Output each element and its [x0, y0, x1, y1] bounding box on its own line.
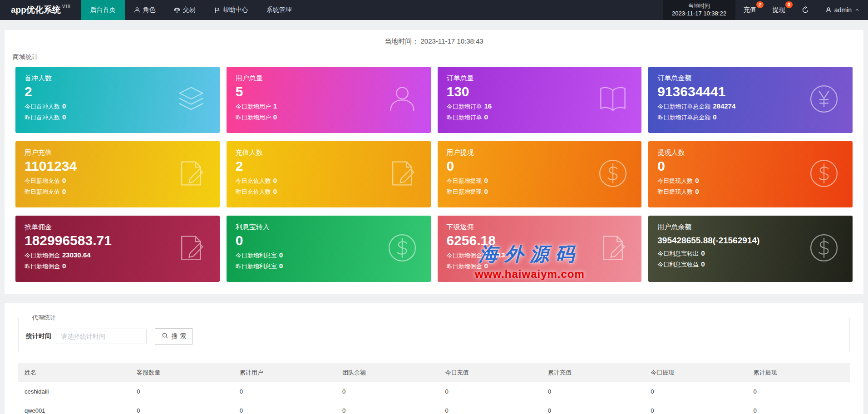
- table-row: ceshidaili 0 0 0 0 0 0 0: [18, 382, 850, 401]
- section-title-mall-stats: 商城统计: [5, 53, 863, 61]
- stat-card-sub-rebate: 下级返佣 6256.18 今日新增佣金162.13 昨日新增佣金0: [438, 216, 642, 282]
- top-bar: app优化系统 V18 后台首页 角色 交易 帮助中心 系统管理: [0, 0, 868, 20]
- agent-search-form: 统计时间 搜 索: [26, 328, 842, 345]
- stat-card-total-users: 用户总量 5 今日新增用户1 昨日新增用户0: [227, 67, 431, 133]
- dollar-icon: [385, 231, 419, 266]
- nav-item-dashboard[interactable]: 后台首页: [81, 0, 125, 20]
- stat-card-total-order-amount: 订单总金额 913634441 今日新增订单总金额284274 昨日新增订单总金…: [648, 67, 853, 133]
- table-cell: 0: [233, 382, 336, 401]
- user-menu[interactable]: admin: [817, 0, 868, 20]
- refresh-icon: [802, 6, 809, 14]
- table-header-cell: 累计充值: [542, 363, 644, 382]
- card-title: 下级返佣: [447, 223, 633, 232]
- card-title: 用户总余额: [657, 223, 843, 232]
- stat-time-label: 统计时间: [26, 332, 51, 340]
- agent-stats-legend: 代理统计: [29, 314, 59, 322]
- card-title: 提现人数: [657, 148, 843, 157]
- recharge-label: 充值: [744, 6, 756, 14]
- stat-card-total-orders: 订单总量 130 今日新增订单16 昨日新增订单0: [438, 67, 642, 133]
- stat-card-user-withdraw: 用户提现 0 今日新增提现0 昨日新增提现0: [438, 141, 642, 207]
- refresh-button[interactable]: [794, 0, 817, 20]
- agent-table: 姓名 客服数量 累计用户 团队余额 今日充值 累计充值 今日提现 累计提现 ce…: [18, 363, 850, 414]
- flag-icon: [214, 7, 220, 13]
- stat-card-interest-in: 利息宝转入 0 今日新增利息宝0 昨日新增利息宝0: [227, 216, 431, 282]
- edit-doc-icon: [385, 157, 419, 192]
- table-cell: 0: [747, 401, 850, 414]
- recharge-badge: 2: [756, 1, 764, 8]
- card-title: 订单总量: [447, 74, 633, 83]
- table-cell: 0: [747, 382, 850, 401]
- table-header-cell: 客服数量: [130, 363, 233, 382]
- agent-stats-panel: 代理统计 统计时间 搜 索 姓名 客服数量 累计用户 团队余额 今日充值 累: [5, 303, 863, 414]
- table-cell: 0: [233, 401, 336, 414]
- table-cell: 0: [542, 382, 644, 401]
- current-time: 当地时间： 2023-11-17 10:38:43: [5, 37, 863, 46]
- chevron-up-icon: [854, 7, 860, 13]
- search-button[interactable]: 搜 索: [155, 328, 193, 345]
- table-header-cell: 今日提现: [644, 363, 747, 382]
- main-nav: 后台首页 角色 交易 帮助中心 系统管理: [81, 0, 301, 20]
- username: admin: [834, 6, 852, 14]
- yen-icon: [807, 82, 841, 118]
- table-header-cell: 累计用户: [233, 363, 336, 382]
- current-time-label: 当地时间：: [385, 37, 419, 45]
- table-header-cell: 累计提现: [747, 363, 850, 382]
- recharge-button[interactable]: 充值 2: [735, 0, 764, 20]
- withdraw-button[interactable]: 提现 0: [764, 0, 794, 20]
- stat-card-withdraw-users: 提现人数 0 今日提现人数0 昨日提现人数0: [648, 141, 853, 207]
- table-header-cell: 今日充值: [439, 363, 541, 382]
- table-header-row: 姓名 客服数量 累计用户 团队余额 今日充值 累计充值 今日提现 累计提现: [18, 363, 850, 382]
- table-cell: 0: [439, 382, 541, 401]
- nav-item-roles[interactable]: 角色: [125, 0, 165, 20]
- agent-stats-fieldset: 代理统计 统计时间 搜 索: [18, 314, 850, 352]
- nav-item-trade[interactable]: 交易: [165, 0, 205, 20]
- stats-panel: 当地时间： 2023-11-17 10:38:43 商城统计 首冲人数 2 今日…: [5, 30, 863, 294]
- nav-label: 交易: [183, 6, 196, 14]
- local-time-label: 当地时间: [672, 2, 726, 10]
- card-title: 订单总金额: [657, 74, 843, 83]
- withdraw-badge: 0: [785, 1, 793, 8]
- table-cell: 0: [644, 382, 747, 401]
- card-title: 用户提现: [447, 148, 633, 157]
- search-icon: [162, 332, 168, 340]
- table-header-cell: 团队余额: [336, 363, 439, 382]
- dollar-icon: [596, 157, 630, 192]
- table-cell: qwe001: [18, 401, 130, 414]
- edit-doc-icon: [174, 231, 208, 266]
- brand-version: V18: [62, 4, 70, 9]
- app-logo: app优化系统 V18: [0, 0, 81, 20]
- header-spacer: [301, 0, 663, 20]
- table-header-cell: 姓名: [18, 363, 130, 382]
- stat-card-order-commission: 抢单佣金 182996583.71 今日新增佣金23030.64 昨日新增佣金0: [15, 216, 220, 282]
- card-title: 用户总量: [236, 74, 422, 83]
- table-row: qwe001 0 0 0 0 0 0 0: [18, 401, 850, 414]
- card-title: 用户充值: [25, 148, 211, 157]
- table-cell: ceshidaili: [18, 382, 130, 401]
- card-title: 首冲人数: [25, 74, 211, 83]
- stat-card-first-charge-users: 首冲人数 2 今日首冲人数0 昨日首冲人数0: [15, 67, 220, 133]
- edit-doc-icon: [174, 157, 208, 192]
- nav-item-help-center[interactable]: 帮助中心: [205, 0, 257, 20]
- withdraw-label: 提现: [773, 6, 785, 14]
- table-cell: 0: [542, 401, 644, 414]
- user-icon: [825, 7, 832, 13]
- nav-label: 系统管理: [266, 6, 292, 14]
- edit-doc-icon: [596, 231, 630, 266]
- book-icon: [596, 82, 630, 118]
- user-icon: [134, 7, 140, 13]
- header-local-time: 当地时间 2023-11-17 10:38:22: [663, 0, 735, 20]
- search-button-label: 搜 索: [172, 332, 186, 340]
- stat-card-total-balance: 用户总余额 395428655.88(-21562914) 今日利息宝转出0 今…: [648, 216, 853, 282]
- card-title: 充值人数: [236, 148, 422, 157]
- card-title: 利息宝转入: [236, 223, 422, 232]
- table-cell: 0: [130, 382, 233, 401]
- dollar-icon: [807, 231, 841, 266]
- table-cell: 0: [130, 401, 233, 414]
- stat-time-input[interactable]: [56, 329, 147, 344]
- user-icon: [385, 82, 419, 118]
- nav-item-system[interactable]: 系统管理: [257, 0, 301, 20]
- dollar-icon: [807, 157, 841, 192]
- table-cell: 0: [336, 401, 439, 414]
- agent-table-wrap: 姓名 客服数量 累计用户 团队余额 今日充值 累计充值 今日提现 累计提现 ce…: [18, 363, 850, 414]
- local-time-value: 2023-11-17 10:38:22: [672, 10, 726, 18]
